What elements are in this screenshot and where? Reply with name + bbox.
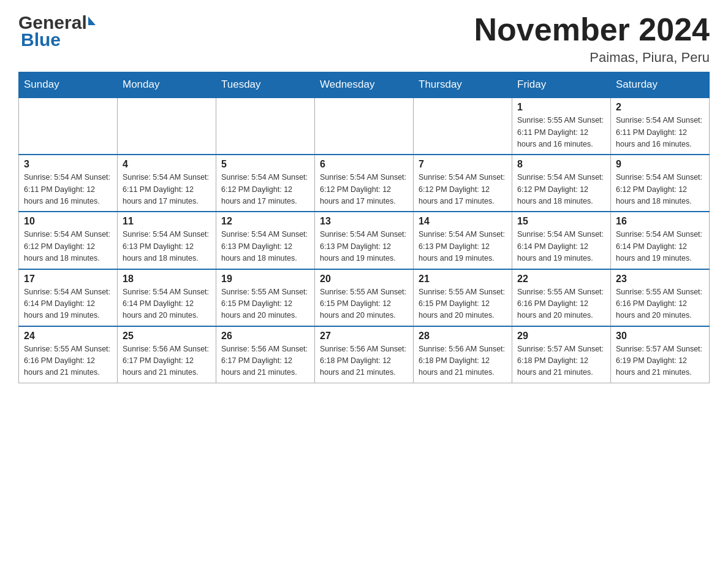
day-number: 19 bbox=[221, 274, 309, 285]
calendar-day-cell: 12Sunrise: 5:54 AM Sunset: 6:13 PM Dayli… bbox=[216, 212, 315, 269]
day-number: 16 bbox=[616, 216, 704, 227]
day-info: Sunrise: 5:54 AM Sunset: 6:14 PM Dayligh… bbox=[517, 229, 605, 264]
day-info: Sunrise: 5:54 AM Sunset: 6:13 PM Dayligh… bbox=[123, 229, 211, 264]
calendar-day-cell: 22Sunrise: 5:55 AM Sunset: 6:16 PM Dayli… bbox=[512, 269, 611, 326]
calendar-day-cell: 18Sunrise: 5:54 AM Sunset: 6:14 PM Dayli… bbox=[118, 269, 216, 326]
day-number: 6 bbox=[320, 159, 408, 170]
day-info: Sunrise: 5:55 AM Sunset: 6:16 PM Dayligh… bbox=[24, 343, 112, 379]
day-number: 21 bbox=[419, 274, 507, 285]
day-info: Sunrise: 5:54 AM Sunset: 6:13 PM Dayligh… bbox=[221, 229, 309, 264]
day-number: 1 bbox=[517, 102, 605, 113]
day-number: 29 bbox=[517, 331, 605, 342]
calendar-table: SundayMondayTuesdayWednesdayThursdayFrid… bbox=[18, 72, 710, 383]
calendar-day-cell: 19Sunrise: 5:55 AM Sunset: 6:15 PM Dayli… bbox=[216, 269, 315, 326]
day-info: Sunrise: 5:55 AM Sunset: 6:15 PM Dayligh… bbox=[221, 286, 309, 322]
day-number: 23 bbox=[616, 274, 704, 285]
day-number: 22 bbox=[517, 274, 605, 285]
calendar-day-cell: 3Sunrise: 5:54 AM Sunset: 6:11 PM Daylig… bbox=[19, 155, 118, 212]
day-info: Sunrise: 5:55 AM Sunset: 6:15 PM Dayligh… bbox=[320, 286, 408, 322]
calendar-day-cell: 28Sunrise: 5:56 AM Sunset: 6:18 PM Dayli… bbox=[414, 326, 512, 383]
calendar-day-cell bbox=[19, 98, 118, 155]
day-info: Sunrise: 5:54 AM Sunset: 6:11 PM Dayligh… bbox=[616, 115, 704, 150]
day-info: Sunrise: 5:54 AM Sunset: 6:12 PM Dayligh… bbox=[320, 172, 408, 207]
day-number: 28 bbox=[419, 331, 507, 342]
day-info: Sunrise: 5:57 AM Sunset: 6:18 PM Dayligh… bbox=[517, 343, 605, 379]
day-number: 5 bbox=[221, 159, 309, 170]
calendar-day-cell: 27Sunrise: 5:56 AM Sunset: 6:18 PM Dayli… bbox=[315, 326, 414, 383]
logo-blue-text: Blue bbox=[21, 29, 61, 50]
day-number: 24 bbox=[24, 331, 112, 342]
calendar-day-cell: 15Sunrise: 5:54 AM Sunset: 6:14 PM Dayli… bbox=[512, 212, 611, 269]
day-info: Sunrise: 5:55 AM Sunset: 6:11 PM Dayligh… bbox=[517, 115, 605, 150]
calendar-weekday-header: Friday bbox=[512, 72, 611, 98]
day-info: Sunrise: 5:56 AM Sunset: 6:18 PM Dayligh… bbox=[419, 343, 507, 379]
title-block: November 2024 Paimas, Piura, Peru bbox=[474, 12, 710, 66]
day-number: 18 bbox=[123, 274, 211, 285]
day-number: 11 bbox=[123, 216, 211, 227]
day-info: Sunrise: 5:54 AM Sunset: 6:12 PM Dayligh… bbox=[419, 172, 507, 207]
calendar-day-cell: 23Sunrise: 5:55 AM Sunset: 6:16 PM Dayli… bbox=[611, 269, 710, 326]
day-number: 3 bbox=[24, 159, 112, 170]
calendar-day-cell: 4Sunrise: 5:54 AM Sunset: 6:11 PM Daylig… bbox=[118, 155, 216, 212]
day-info: Sunrise: 5:54 AM Sunset: 6:14 PM Dayligh… bbox=[123, 286, 211, 322]
calendar-day-cell: 29Sunrise: 5:57 AM Sunset: 6:18 PM Dayli… bbox=[512, 326, 611, 383]
day-number: 26 bbox=[221, 331, 309, 342]
location-text: Paimas, Piura, Peru bbox=[474, 50, 710, 66]
day-info: Sunrise: 5:57 AM Sunset: 6:19 PM Dayligh… bbox=[616, 343, 704, 379]
calendar-header-row: SundayMondayTuesdayWednesdayThursdayFrid… bbox=[19, 72, 710, 98]
calendar-week-row: 1Sunrise: 5:55 AM Sunset: 6:11 PM Daylig… bbox=[19, 98, 710, 155]
logo-arrow-icon bbox=[88, 17, 96, 25]
day-info: Sunrise: 5:54 AM Sunset: 6:12 PM Dayligh… bbox=[24, 229, 112, 264]
day-info: Sunrise: 5:54 AM Sunset: 6:12 PM Dayligh… bbox=[221, 172, 309, 207]
day-info: Sunrise: 5:54 AM Sunset: 6:14 PM Dayligh… bbox=[616, 229, 704, 264]
calendar-day-cell: 6Sunrise: 5:54 AM Sunset: 6:12 PM Daylig… bbox=[315, 155, 414, 212]
day-number: 25 bbox=[123, 331, 211, 342]
day-number: 12 bbox=[221, 216, 309, 227]
calendar-day-cell: 2Sunrise: 5:54 AM Sunset: 6:11 PM Daylig… bbox=[611, 98, 710, 155]
day-number: 14 bbox=[419, 216, 507, 227]
day-info: Sunrise: 5:54 AM Sunset: 6:13 PM Dayligh… bbox=[320, 229, 408, 264]
day-number: 15 bbox=[517, 216, 605, 227]
calendar-day-cell: 8Sunrise: 5:54 AM Sunset: 6:12 PM Daylig… bbox=[512, 155, 611, 212]
calendar-day-cell: 9Sunrise: 5:54 AM Sunset: 6:12 PM Daylig… bbox=[611, 155, 710, 212]
day-info: Sunrise: 5:54 AM Sunset: 6:12 PM Dayligh… bbox=[616, 172, 704, 207]
calendar-day-cell: 20Sunrise: 5:55 AM Sunset: 6:15 PM Dayli… bbox=[315, 269, 414, 326]
day-number: 8 bbox=[517, 159, 605, 170]
day-info: Sunrise: 5:54 AM Sunset: 6:13 PM Dayligh… bbox=[419, 229, 507, 264]
day-info: Sunrise: 5:54 AM Sunset: 6:11 PM Dayligh… bbox=[24, 172, 112, 207]
calendar-day-cell: 13Sunrise: 5:54 AM Sunset: 6:13 PM Dayli… bbox=[315, 212, 414, 269]
day-number: 30 bbox=[616, 331, 704, 342]
calendar-day-cell: 21Sunrise: 5:55 AM Sunset: 6:15 PM Dayli… bbox=[414, 269, 512, 326]
calendar-day-cell: 7Sunrise: 5:54 AM Sunset: 6:12 PM Daylig… bbox=[414, 155, 512, 212]
calendar-day-cell: 5Sunrise: 5:54 AM Sunset: 6:12 PM Daylig… bbox=[216, 155, 315, 212]
day-number: 9 bbox=[616, 159, 704, 170]
calendar-day-cell: 16Sunrise: 5:54 AM Sunset: 6:14 PM Dayli… bbox=[611, 212, 710, 269]
calendar-day-cell bbox=[315, 98, 414, 155]
day-number: 27 bbox=[320, 331, 408, 342]
calendar-day-cell bbox=[118, 98, 216, 155]
calendar-weekday-header: Saturday bbox=[611, 72, 710, 98]
day-info: Sunrise: 5:56 AM Sunset: 6:18 PM Dayligh… bbox=[320, 343, 408, 379]
day-info: Sunrise: 5:56 AM Sunset: 6:17 PM Dayligh… bbox=[221, 343, 309, 379]
calendar-weekday-header: Thursday bbox=[414, 72, 512, 98]
day-info: Sunrise: 5:56 AM Sunset: 6:17 PM Dayligh… bbox=[123, 343, 211, 379]
day-info: Sunrise: 5:55 AM Sunset: 6:16 PM Dayligh… bbox=[616, 286, 704, 322]
calendar-day-cell: 1Sunrise: 5:55 AM Sunset: 6:11 PM Daylig… bbox=[512, 98, 611, 155]
calendar-day-cell: 11Sunrise: 5:54 AM Sunset: 6:13 PM Dayli… bbox=[118, 212, 216, 269]
calendar-day-cell: 30Sunrise: 5:57 AM Sunset: 6:19 PM Dayli… bbox=[611, 326, 710, 383]
calendar-week-row: 10Sunrise: 5:54 AM Sunset: 6:12 PM Dayli… bbox=[19, 212, 710, 269]
day-number: 17 bbox=[24, 274, 112, 285]
month-title: November 2024 bbox=[474, 12, 710, 47]
day-number: 13 bbox=[320, 216, 408, 227]
calendar-weekday-header: Tuesday bbox=[216, 72, 315, 98]
calendar-day-cell: 25Sunrise: 5:56 AM Sunset: 6:17 PM Dayli… bbox=[118, 326, 216, 383]
calendar-day-cell: 17Sunrise: 5:54 AM Sunset: 6:14 PM Dayli… bbox=[19, 269, 118, 326]
day-info: Sunrise: 5:54 AM Sunset: 6:14 PM Dayligh… bbox=[24, 286, 112, 322]
day-info: Sunrise: 5:55 AM Sunset: 6:15 PM Dayligh… bbox=[419, 286, 507, 322]
calendar-day-cell: 26Sunrise: 5:56 AM Sunset: 6:17 PM Dayli… bbox=[216, 326, 315, 383]
calendar-weekday-header: Monday bbox=[118, 72, 216, 98]
day-number: 10 bbox=[24, 216, 112, 227]
day-number: 4 bbox=[123, 159, 211, 170]
calendar-week-row: 24Sunrise: 5:55 AM Sunset: 6:16 PM Dayli… bbox=[19, 326, 710, 383]
calendar-weekday-header: Wednesday bbox=[315, 72, 414, 98]
